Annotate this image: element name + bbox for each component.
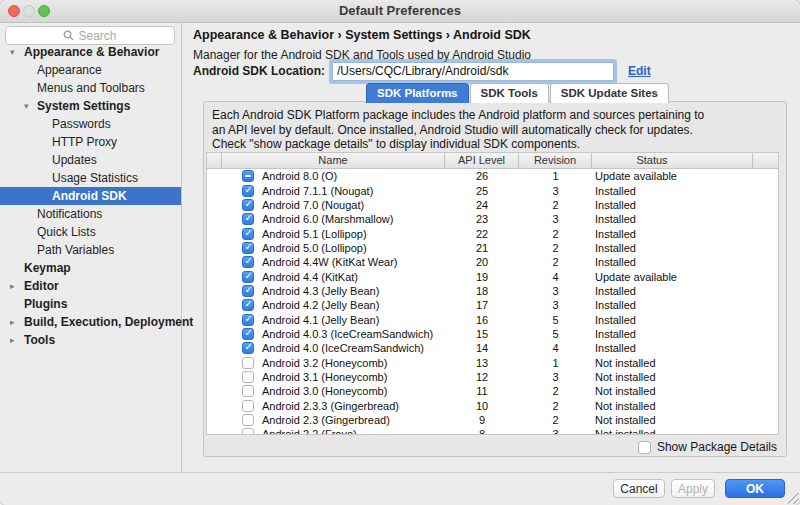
- row-checkbox-checked[interactable]: [242, 314, 254, 326]
- table-row[interactable]: Android 4.0.3 (IceCreamSandwich)155Insta…: [207, 327, 778, 341]
- row-checkbox-checked[interactable]: [242, 228, 254, 240]
- sidebar-item-editor[interactable]: ▸Editor: [0, 277, 181, 295]
- tab-sdk-update-sites[interactable]: SDK Update Sites: [550, 83, 669, 103]
- table-row[interactable]: Android 3.1 (Honeycomb)123Not installed: [207, 370, 778, 384]
- table-row[interactable]: Android 8.0 (O)261Update available: [207, 169, 778, 183]
- package-name: Android 6.0 (Marshmallow): [262, 213, 393, 225]
- row-checkbox-unchecked[interactable]: [242, 385, 254, 397]
- table-row[interactable]: Android 3.2 (Honeycomb)131Not installed: [207, 355, 778, 369]
- table-row[interactable]: Android 7.1.1 (Nougat)253Installed: [207, 183, 778, 197]
- table-row[interactable]: Android 5.1 (Lollipop)222Installed: [207, 226, 778, 240]
- table-row[interactable]: Android 4.4 (KitKat)194Update available: [207, 269, 778, 283]
- sidebar-item-path-variables[interactable]: Path Variables: [0, 241, 181, 259]
- row-checkbox-partial[interactable]: [242, 170, 254, 182]
- table-row[interactable]: Android 4.1 (Jelly Bean)165Installed: [207, 312, 778, 326]
- status-cell: Installed: [592, 228, 753, 240]
- revision-cell: 2: [519, 385, 592, 397]
- sidebar-item-plugins[interactable]: Plugins: [0, 295, 181, 313]
- ok-button[interactable]: OK: [725, 479, 785, 498]
- table-row[interactable]: Android 4.2 (Jelly Bean)173Installed: [207, 298, 778, 312]
- sidebar-item-passwords[interactable]: Passwords: [0, 115, 181, 133]
- row-checkbox-checked[interactable]: [242, 256, 254, 268]
- status-cell: Update available: [592, 170, 753, 182]
- sidebar-item-quick-lists[interactable]: Quick Lists: [0, 223, 181, 241]
- name-cell: Android 4.1 (Jelly Bean): [222, 314, 445, 326]
- show-package-details: Show Package Details: [638, 440, 777, 454]
- row-checkbox-unchecked[interactable]: [242, 357, 254, 369]
- row-checkbox-unchecked[interactable]: [242, 371, 254, 383]
- sidebar: Search ▾Appearance & BehaviorAppearanceM…: [0, 23, 182, 473]
- row-checkbox-checked[interactable]: [242, 328, 254, 340]
- revision-cell: 2: [519, 400, 592, 412]
- row-checkbox-checked[interactable]: [242, 299, 254, 311]
- cancel-button[interactable]: Cancel: [613, 479, 665, 498]
- status-cell: Not installed: [592, 414, 753, 426]
- table-row[interactable]: Android 3.0 (Honeycomb)112Not installed: [207, 384, 778, 398]
- edit-link[interactable]: Edit: [628, 64, 651, 78]
- status-cell: Installed: [592, 199, 753, 211]
- sidebar-item-android-sdk[interactable]: Android SDK: [0, 187, 181, 205]
- row-checkbox-checked[interactable]: [242, 199, 254, 211]
- sidebar-item-appearance-behavior[interactable]: ▾Appearance & Behavior: [0, 43, 181, 61]
- chevron-down-icon[interactable]: ▾: [24, 97, 29, 115]
- row-checkbox-checked[interactable]: [242, 285, 254, 297]
- sidebar-item-http-proxy[interactable]: HTTP Proxy: [0, 133, 181, 151]
- row-checkbox-unchecked[interactable]: [242, 428, 254, 434]
- chevron-down-icon[interactable]: ▾: [10, 43, 15, 61]
- table-row[interactable]: Android 7.0 (Nougat)242Installed: [207, 198, 778, 212]
- resize-grip-icon[interactable]: [788, 493, 799, 504]
- table-row[interactable]: Android 2.3 (Gingerbread)92Not installed: [207, 413, 778, 427]
- table-row[interactable]: Android 2.3.3 (Gingerbread)102Not instal…: [207, 399, 778, 413]
- table-row[interactable]: Android 6.0 (Marshmallow)233Installed: [207, 212, 778, 226]
- status-cell: Not installed: [592, 400, 753, 412]
- chevron-right-icon[interactable]: ▸: [10, 277, 15, 295]
- sidebar-item-system-settings[interactable]: ▾System Settings: [0, 97, 181, 115]
- table-row[interactable]: Android 5.0 (Lollipop)212Installed: [207, 241, 778, 255]
- sidebar-item-build-execution-deployment[interactable]: ▸Build, Execution, Deployment: [0, 313, 181, 331]
- chevron-right-icon[interactable]: ▸: [10, 313, 15, 331]
- row-checkbox-checked[interactable]: [242, 242, 254, 254]
- column-header-api-level[interactable]: API Level: [445, 153, 519, 168]
- row-checkbox-checked[interactable]: [242, 271, 254, 283]
- table-row[interactable]: Android 4.4W (KitKat Wear)202Installed: [207, 255, 778, 269]
- show-package-details-checkbox[interactable]: [638, 441, 651, 454]
- zoom-button[interactable]: [38, 5, 50, 17]
- row-checkbox-checked[interactable]: [242, 342, 254, 354]
- column-header-name[interactable]: Name: [222, 153, 445, 168]
- table-row[interactable]: Android 2.2 (Froyo)83Not installed: [207, 427, 778, 434]
- sidebar-item-label: Android SDK: [52, 189, 127, 203]
- sidebar-item-label: Passwords: [52, 117, 111, 131]
- sidebar-item-label: Appearance & Behavior: [24, 45, 159, 59]
- sidebar-item-tools[interactable]: ▸Tools: [0, 331, 181, 349]
- apply-button[interactable]: Apply: [671, 479, 715, 498]
- tab-sdk-tools[interactable]: SDK Tools: [470, 83, 549, 103]
- sdk-location-input[interactable]: [332, 62, 614, 81]
- api-level-cell: 14: [445, 342, 519, 354]
- minimize-button[interactable]: [23, 5, 35, 17]
- table-row[interactable]: Android 4.3 (Jelly Bean)183Installed: [207, 284, 778, 298]
- sidebar-item-appearance[interactable]: Appearance: [0, 61, 181, 79]
- sidebar-item-menus-and-toolbars[interactable]: Menus and Toolbars: [0, 79, 181, 97]
- row-checkbox-unchecked[interactable]: [242, 414, 254, 426]
- package-name: Android 4.4W (KitKat Wear): [262, 256, 398, 268]
- api-level-cell: 12: [445, 371, 519, 383]
- package-name: Android 4.1 (Jelly Bean): [262, 314, 379, 326]
- titlebar[interactable]: Default Preferences: [0, 0, 800, 23]
- row-checkbox-checked[interactable]: [242, 185, 254, 197]
- sidebar-item-usage-statistics[interactable]: Usage Statistics: [0, 169, 181, 187]
- tab-sdk-platforms[interactable]: SDK Platforms: [366, 83, 469, 103]
- status-cell: Installed: [592, 285, 753, 297]
- sidebar-item-updates[interactable]: Updates: [0, 151, 181, 169]
- chevron-right-icon[interactable]: ▸: [10, 331, 15, 349]
- panel-description: Each Android SDK Platform package includ…: [212, 108, 704, 152]
- status-cell: Update available: [592, 271, 753, 283]
- column-header-revision[interactable]: Revision: [519, 153, 592, 168]
- api-level-cell: 11: [445, 385, 519, 397]
- sidebar-item-notifications[interactable]: Notifications: [0, 205, 181, 223]
- close-button[interactable]: [8, 5, 20, 17]
- row-checkbox-checked[interactable]: [242, 213, 254, 225]
- sidebar-item-keymap[interactable]: Keymap: [0, 259, 181, 277]
- column-header-status[interactable]: Status: [592, 153, 753, 168]
- row-checkbox-unchecked[interactable]: [242, 400, 254, 412]
- table-row[interactable]: Android 4.0 (IceCreamSandwich)144Install…: [207, 341, 778, 355]
